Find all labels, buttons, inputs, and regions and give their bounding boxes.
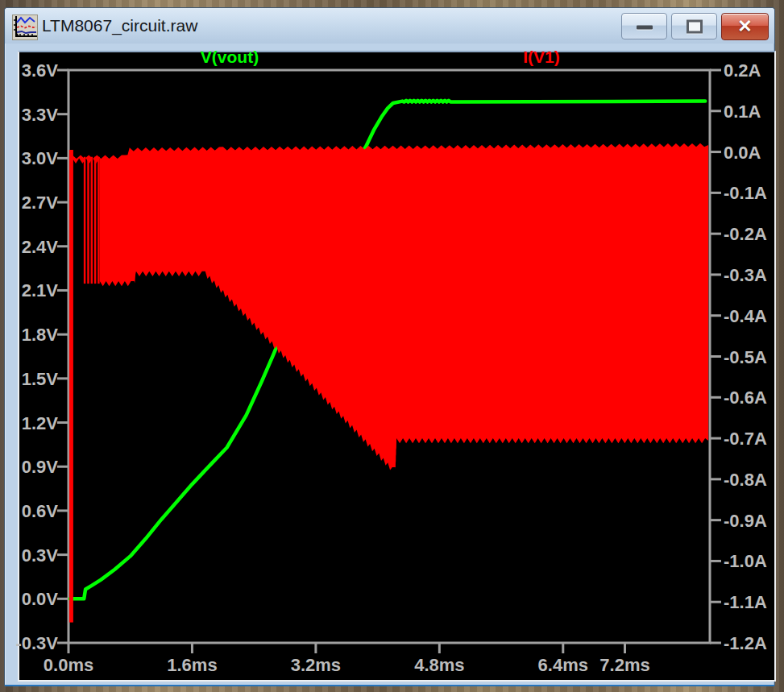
y-left-tick-label[interactable]: 1.2V <box>22 413 59 433</box>
y-right-tick-label[interactable]: -0.6A <box>724 387 767 408</box>
red-trace-startup-spike <box>69 150 73 623</box>
y-left-tick-label[interactable]: 0.9V <box>22 457 59 477</box>
y-right-tick-label[interactable]: -1.0A <box>724 551 767 571</box>
red-trace-band <box>73 143 708 470</box>
y-left-tick-label[interactable]: 0.6V <box>22 501 59 521</box>
y-right-tick-label[interactable]: 0.0A <box>724 143 761 163</box>
y-left-tick-label[interactable]: 0.3V <box>22 545 59 566</box>
minimize-button[interactable] <box>621 13 667 39</box>
title-bar[interactable]: LTM8067_circuit.raw ✕ <box>5 8 774 44</box>
y-right-tick-label[interactable]: -0.8A <box>724 470 767 490</box>
y-right-tick-label[interactable]: -0.1A <box>724 183 767 203</box>
maximize-button[interactable] <box>671 13 717 39</box>
x-axis-tick-label[interactable]: 6.4ms <box>538 655 588 675</box>
y-left-tick-label[interactable]: 3.0V <box>22 148 59 168</box>
close-button[interactable]: ✕ <box>721 13 769 40</box>
y-left-tick-label[interactable]: -0.3V <box>15 633 58 653</box>
y-right-tick-label[interactable]: -0.4A <box>724 306 767 326</box>
y-left-tick-label[interactable]: 2.7V <box>22 193 59 213</box>
y-left-tick-label[interactable]: 1.5V <box>22 369 59 389</box>
y-left-tick-label[interactable]: 2.1V <box>22 280 59 300</box>
x-axis-tick-label[interactable]: 1.6ms <box>167 655 217 675</box>
y-right-tick-label[interactable]: -0.3A <box>724 265 767 285</box>
minimize-icon <box>637 26 653 30</box>
y-right-tick-label[interactable]: -1.1A <box>724 592 767 612</box>
y-left-tick-label[interactable]: 0.0V <box>22 589 59 609</box>
trace-label-iv1[interactable]: I(V1) <box>523 48 560 67</box>
y-right-tick-label[interactable]: 0.1A <box>724 102 761 122</box>
y-right-tick-label[interactable]: -0.2A <box>724 224 767 244</box>
y-right-tick-label[interactable]: 0.2A <box>724 60 761 81</box>
y-right-tick-label[interactable]: -0.7A <box>724 429 767 449</box>
maximize-icon <box>687 19 703 33</box>
close-icon: ✕ <box>722 14 768 39</box>
y-left-tick-label[interactable]: 2.4V <box>22 237 59 257</box>
trace-label-vout[interactable]: V(vout) <box>201 48 259 67</box>
y-left-tick-label[interactable]: 3.3V <box>22 105 59 125</box>
y-right-tick-label[interactable]: -0.5A <box>724 347 767 367</box>
x-axis-tick-label[interactable]: 3.2ms <box>291 655 341 675</box>
window-title: LTM8067_circuit.raw <box>42 16 197 35</box>
x-axis-tick-label[interactable]: 7.2ms <box>599 655 649 675</box>
x-axis-tick-label[interactable]: 0.0ms <box>44 655 93 675</box>
y-left-tick-label[interactable]: 3.6V <box>22 60 59 81</box>
desktop: LTM8067_circuit.raw ✕ V(vout) I(V1) 3.6V… <box>0 0 784 692</box>
x-axis-tick-label[interactable]: 4.8ms <box>414 655 464 675</box>
app-icon[interactable] <box>12 15 38 40</box>
y-left-tick-label[interactable]: 1.8V <box>22 325 59 345</box>
y-right-tick-label[interactable]: -0.9A <box>724 511 767 531</box>
y-right-tick-label[interactable]: -1.2A <box>724 633 767 653</box>
waveform-plot[interactable]: 3.6V3.3V3.0V2.7V2.4V2.1V1.8V1.5V1.2V0.9V… <box>15 44 769 672</box>
